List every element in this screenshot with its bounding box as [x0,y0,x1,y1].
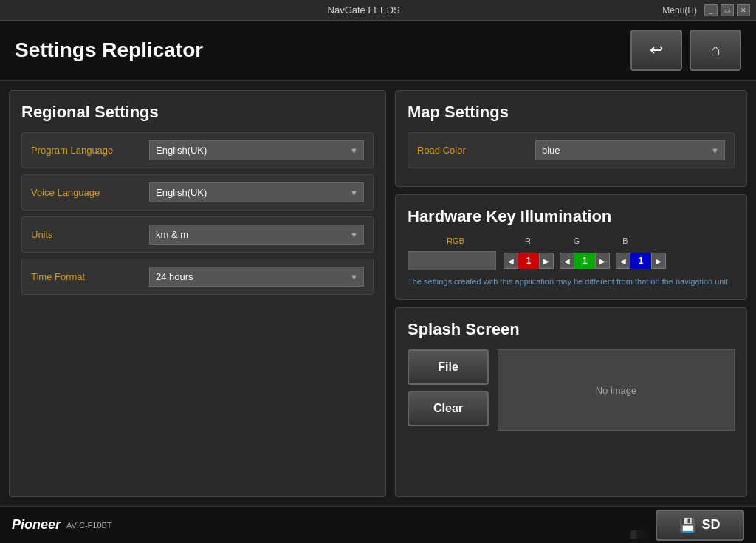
home-icon: ⌂ [710,41,720,60]
road-color-row: Road Color blue red green yellow white [408,132,735,168]
map-settings-title: Map Settings [408,103,735,122]
time-format-select[interactable]: 24 hours 12 hours [149,267,364,287]
file-button[interactable]: File [408,349,489,385]
voice-language-select-wrapper: English(UK) English(US) German French [149,182,364,202]
sd-button[interactable]: 💾 SD [656,510,744,541]
titlebar-menu[interactable]: Menu(H) [662,5,697,16]
b-increment-button[interactable]: ▶ [651,253,666,269]
back-button[interactable]: ↩ [630,30,682,71]
r-value: 1 [518,253,539,269]
g-decrement-button[interactable]: ◀ [560,253,574,269]
voice-language-row: Voice Language English(UK) English(US) G… [21,174,374,211]
program-language-row: Program Language English(UK) English(US)… [21,132,374,168]
no-image-text: No image [596,385,637,396]
pioneer-logo: Pioneer AVIC-F10BT [12,517,112,533]
time-format-label: Time Format [31,271,149,282]
hki-controls-row: ◀ 1 ▶ ◀ 1 ▶ ◀ 1 ▶ [408,251,735,270]
splash-content: File Clear No image [408,349,735,431]
units-label: Units [31,229,149,240]
program-language-label: Program Language [31,145,149,156]
splash-screen-title: Splash Screen [408,320,735,339]
regional-settings-title: Regional Settings [21,103,374,122]
header: Settings Replicator ↩ ⌂ [0,21,756,81]
voice-language-select[interactable]: English(UK) English(US) German French [149,182,364,202]
units-select-wrapper: km & m miles & yards miles & feet [149,225,364,245]
restore-button[interactable]: ▭ [721,4,734,16]
b-value: 1 [630,253,651,269]
hki-note: The settings created with this applicati… [408,276,735,287]
sd-card-icon: 💾 [679,517,695,533]
g-increment-button[interactable]: ▶ [595,253,610,269]
g-value: 1 [574,253,595,269]
r-column-label: R [504,236,552,245]
back-icon: ↩ [650,41,663,60]
time-format-row: Time Format 24 hours 12 hours [21,259,374,295]
voice-language-label: Voice Language [31,187,149,198]
main-content: Regional Settings Program Language Engli… [0,81,756,506]
g-column-label: G [552,236,601,245]
close-button[interactable]: ✕ [737,4,750,16]
brand-name: Pioneer [12,517,61,533]
footer: Pioneer AVIC-F10BT ▓▒░ 💾 SD [0,506,756,543]
left-panel: Regional Settings Program Language Engli… [9,90,386,497]
road-color-label: Road Color [417,145,535,156]
road-color-select-wrapper: blue red green yellow white [535,140,725,160]
hardware-key-title: Hardware Key Illumination [408,207,735,226]
sd-button-label: SD [701,517,720,533]
rgb-column-label: RGB [408,236,504,245]
minimize-button[interactable]: _ [704,4,718,16]
splash-buttons: File Clear [408,349,489,426]
units-row: Units km & m miles & yards miles & feet [21,216,374,253]
r-spinner: ◀ 1 ▶ [504,253,554,269]
program-language-select[interactable]: English(UK) English(US) German French [149,140,364,160]
footer-pattern: ▓▒░ [631,530,647,538]
r-decrement-button[interactable]: ◀ [504,253,518,269]
home-button[interactable]: ⌂ [690,30,741,71]
rgb-preview-bar [408,251,496,270]
map-settings-panel: Map Settings Road Color blue red green y… [395,90,747,187]
clear-button[interactable]: Clear [408,391,489,426]
road-color-select[interactable]: blue red green yellow white [535,140,725,160]
program-language-select-wrapper: English(UK) English(US) German French [149,140,364,160]
model-number: AVIC-F10BT [66,521,112,530]
b-column-label: B [601,236,650,245]
g-spinner: ◀ 1 ▶ [560,253,610,269]
titlebar-title: NavGate FEEDS [65,4,662,16]
b-decrement-button[interactable]: ◀ [616,253,630,269]
b-spinner: ◀ 1 ▶ [616,253,666,269]
splash-screen-panel: Splash Screen File Clear No image [395,307,747,497]
units-select[interactable]: km & m miles & yards miles & feet [149,225,364,245]
titlebar: NavGate FEEDS Menu(H) _ ▭ ✕ [0,0,756,21]
r-increment-button[interactable]: ▶ [539,253,554,269]
right-panel: Map Settings Road Color blue red green y… [395,90,747,497]
page-title: Settings Replicator [15,38,623,62]
splash-preview: No image [498,349,735,431]
hardware-key-panel: Hardware Key Illumination RGB R G B ◀ 1 … [395,194,747,300]
time-format-select-wrapper: 24 hours 12 hours [149,267,364,287]
